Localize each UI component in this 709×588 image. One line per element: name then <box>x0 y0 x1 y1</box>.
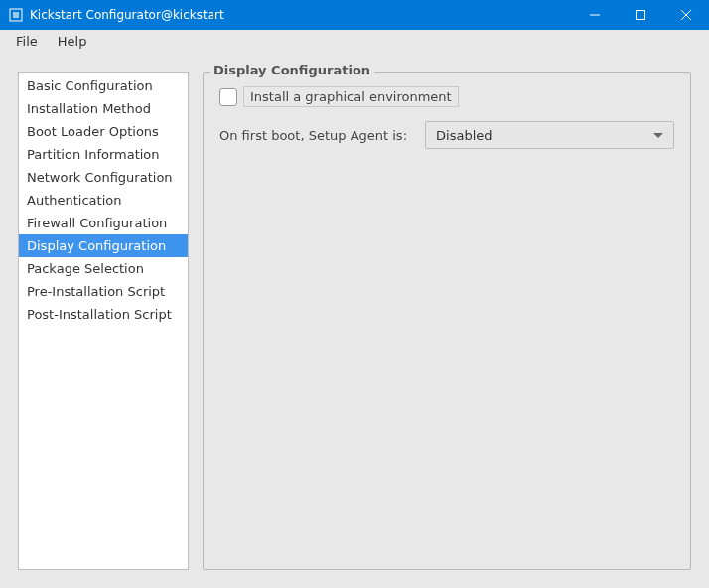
setup-agent-dropdown[interactable]: Disabled <box>425 121 674 149</box>
install-graphical-label[interactable]: Install a graphical environment <box>243 86 459 107</box>
maximize-button[interactable] <box>618 0 663 30</box>
minimize-button[interactable] <box>572 0 618 30</box>
sidebar-item-partition-information[interactable]: Partition Information <box>19 143 188 166</box>
install-graphical-checkbox[interactable] <box>219 88 237 106</box>
sidebar-item-post-installation-script[interactable]: Post-Installation Script <box>19 303 188 326</box>
sidebar-item-authentication[interactable]: Authentication <box>19 189 188 212</box>
sidebar-item-firewall-configuration[interactable]: Firewall Configuration <box>19 212 188 234</box>
content-pane: Display Configuration Install a graphica… <box>203 72 691 570</box>
setup-agent-row: On first boot, Setup Agent is: Disabled <box>219 121 674 149</box>
close-button[interactable] <box>663 0 709 30</box>
chevron-down-icon <box>653 133 663 138</box>
svg-rect-3 <box>637 11 645 20</box>
display-configuration-group: Display Configuration Install a graphica… <box>203 72 691 570</box>
install-graphical-row: Install a graphical environment <box>219 86 674 107</box>
titlebar: Kickstart Configurator@kickstart <box>0 0 709 30</box>
svg-rect-1 <box>13 12 19 18</box>
sidebar-item-network-configuration[interactable]: Network Configuration <box>19 166 188 189</box>
setup-agent-value: Disabled <box>436 128 653 143</box>
sidebar-item-basic-configuration[interactable]: Basic Configuration <box>19 74 188 97</box>
sidebar-item-display-configuration[interactable]: Display Configuration <box>19 234 188 257</box>
sidebar-item-boot-loader-options[interactable]: Boot Loader Options <box>19 120 188 143</box>
menu-file[interactable]: File <box>6 32 48 51</box>
window-title: Kickstart Configurator@kickstart <box>30 8 224 22</box>
sidebar-item-package-selection[interactable]: Package Selection <box>19 257 188 280</box>
menubar: File Help <box>0 30 709 54</box>
client-area: Basic Configuration Installation Method … <box>0 54 709 588</box>
sidebar-item-installation-method[interactable]: Installation Method <box>19 97 188 120</box>
sidebar: Basic Configuration Installation Method … <box>18 72 189 570</box>
setup-agent-label: On first boot, Setup Agent is: <box>219 128 407 143</box>
sidebar-item-pre-installation-script[interactable]: Pre-Installation Script <box>19 280 188 303</box>
menu-help[interactable]: Help <box>48 32 97 51</box>
app-icon <box>8 7 24 23</box>
group-title: Display Configuration <box>210 63 374 77</box>
